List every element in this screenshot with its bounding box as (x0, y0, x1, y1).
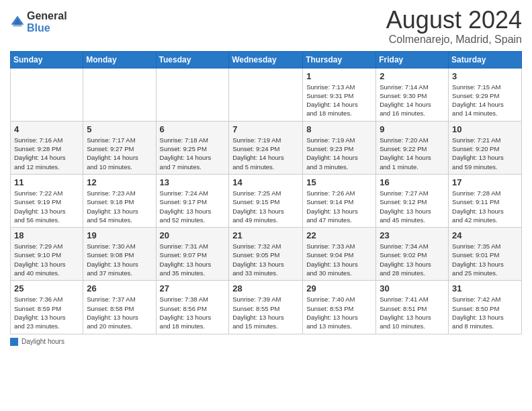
day-info: Sunrise: 7:23 AM Sunset: 9:18 PM Dayligh… (87, 189, 152, 224)
calendar-cell: 20Sunrise: 7:31 AM Sunset: 9:07 PM Dayli… (156, 228, 229, 281)
day-info: Sunrise: 7:18 AM Sunset: 9:25 PM Dayligh… (160, 136, 226, 171)
calendar-cell: 4Sunrise: 7:16 AM Sunset: 9:28 PM Daylig… (11, 121, 83, 174)
calendar-cell: 8Sunrise: 7:19 AM Sunset: 9:23 PM Daylig… (303, 121, 376, 174)
day-info: Sunrise: 7:17 AM Sunset: 9:27 PM Dayligh… (87, 136, 152, 171)
day-info: Sunrise: 7:39 AM Sunset: 8:55 PM Dayligh… (232, 295, 299, 330)
calendar-week-5: 25Sunrise: 7:36 AM Sunset: 8:59 PM Dayli… (11, 281, 522, 334)
calendar-cell: 26Sunrise: 7:37 AM Sunset: 8:58 PM Dayli… (83, 281, 156, 334)
calendar-header-row: SundayMondayTuesdayWednesdayThursdayFrid… (11, 51, 522, 68)
day-info: Sunrise: 7:13 AM Sunset: 9:31 PM Dayligh… (306, 83, 372, 118)
day-info: Sunrise: 7:41 AM Sunset: 8:51 PM Dayligh… (380, 295, 445, 330)
day-number: 20 (160, 230, 226, 240)
title-area: August 2024 Colmenarejo, Madrid, Spain (386, 7, 522, 46)
calendar-cell: 13Sunrise: 7:24 AM Sunset: 9:17 PM Dayli… (156, 174, 229, 227)
day-number: 31 (452, 283, 518, 293)
day-number: 10 (452, 124, 518, 134)
day-info: Sunrise: 7:36 AM Sunset: 8:59 PM Dayligh… (14, 295, 79, 330)
calendar-cell: 11Sunrise: 7:22 AM Sunset: 9:19 PM Dayli… (11, 174, 83, 227)
day-number: 26 (87, 283, 152, 293)
calendar-cell: 7Sunrise: 7:19 AM Sunset: 9:24 PM Daylig… (229, 121, 303, 174)
day-number: 27 (160, 283, 226, 293)
day-number: 24 (452, 230, 518, 240)
calendar-cell: 1Sunrise: 7:13 AM Sunset: 9:31 PM Daylig… (303, 68, 376, 121)
calendar-cell: 31Sunrise: 7:42 AM Sunset: 8:50 PM Dayli… (449, 281, 522, 334)
header: General Blue August 2024 Colmenarejo, Ma… (10, 7, 522, 46)
day-number: 9 (380, 124, 445, 134)
calendar-cell: 3Sunrise: 7:15 AM Sunset: 9:29 PM Daylig… (449, 68, 522, 121)
day-info: Sunrise: 7:22 AM Sunset: 9:19 PM Dayligh… (14, 189, 79, 224)
day-number: 7 (232, 124, 299, 134)
calendar-cell: 10Sunrise: 7:21 AM Sunset: 9:20 PM Dayli… (449, 121, 522, 174)
calendar-cell: 5Sunrise: 7:17 AM Sunset: 9:27 PM Daylig… (83, 121, 156, 174)
day-number: 22 (306, 230, 372, 240)
day-info: Sunrise: 7:20 AM Sunset: 9:22 PM Dayligh… (380, 136, 445, 171)
calendar-cell: 23Sunrise: 7:34 AM Sunset: 9:02 PM Dayli… (376, 228, 449, 281)
day-number: 15 (306, 177, 372, 187)
day-info: Sunrise: 7:42 AM Sunset: 8:50 PM Dayligh… (452, 295, 518, 330)
calendar-cell: 28Sunrise: 7:39 AM Sunset: 8:55 PM Dayli… (229, 281, 303, 334)
day-info: Sunrise: 7:38 AM Sunset: 8:56 PM Dayligh… (160, 295, 226, 330)
day-info: Sunrise: 7:16 AM Sunset: 9:28 PM Dayligh… (14, 136, 79, 171)
calendar-week-3: 11Sunrise: 7:22 AM Sunset: 9:19 PM Dayli… (11, 174, 522, 227)
logo-general-text: General (27, 10, 67, 22)
calendar-header-monday: Monday (83, 51, 156, 68)
calendar-cell: 14Sunrise: 7:25 AM Sunset: 9:15 PM Dayli… (229, 174, 303, 227)
day-info: Sunrise: 7:15 AM Sunset: 9:29 PM Dayligh… (452, 83, 518, 118)
day-number: 2 (380, 71, 445, 81)
day-info: Sunrise: 7:14 AM Sunset: 9:30 PM Dayligh… (380, 83, 445, 118)
calendar-cell: 16Sunrise: 7:27 AM Sunset: 9:12 PM Dayli… (376, 174, 449, 227)
calendar-cell: 12Sunrise: 7:23 AM Sunset: 9:18 PM Dayli… (83, 174, 156, 227)
calendar-cell: 9Sunrise: 7:20 AM Sunset: 9:22 PM Daylig… (376, 121, 449, 174)
calendar-cell: 2Sunrise: 7:14 AM Sunset: 9:30 PM Daylig… (376, 68, 449, 121)
day-info: Sunrise: 7:35 AM Sunset: 9:01 PM Dayligh… (452, 242, 518, 277)
calendar-cell (229, 68, 303, 121)
day-number: 29 (306, 283, 372, 293)
day-number: 11 (14, 177, 79, 187)
calendar-cell: 29Sunrise: 7:40 AM Sunset: 8:53 PM Dayli… (303, 281, 376, 334)
day-number: 18 (14, 230, 79, 240)
day-info: Sunrise: 7:31 AM Sunset: 9:07 PM Dayligh… (160, 242, 226, 277)
day-number: 19 (87, 230, 152, 240)
calendar-cell: 25Sunrise: 7:36 AM Sunset: 8:59 PM Dayli… (11, 281, 83, 334)
day-number: 13 (160, 177, 226, 187)
day-number: 23 (380, 230, 445, 240)
day-info: Sunrise: 7:34 AM Sunset: 9:02 PM Dayligh… (380, 242, 445, 277)
day-info: Sunrise: 7:19 AM Sunset: 9:24 PM Dayligh… (232, 136, 299, 171)
page: General Blue August 2024 Colmenarejo, Ma… (0, 0, 532, 411)
day-number: 25 (14, 283, 79, 293)
day-number: 8 (306, 124, 372, 134)
calendar-header-wednesday: Wednesday (229, 51, 303, 68)
day-number: 16 (380, 177, 445, 187)
calendar-cell: 6Sunrise: 7:18 AM Sunset: 9:25 PM Daylig… (156, 121, 229, 174)
day-info: Sunrise: 7:33 AM Sunset: 9:04 PM Dayligh… (306, 242, 372, 277)
logo-blue-text: Blue (27, 22, 67, 34)
calendar-week-2: 4Sunrise: 7:16 AM Sunset: 9:28 PM Daylig… (11, 121, 522, 174)
day-info: Sunrise: 7:28 AM Sunset: 9:11 PM Dayligh… (452, 189, 518, 224)
logo-text: General Blue (27, 10, 67, 34)
day-number: 6 (160, 124, 226, 134)
calendar-cell: 21Sunrise: 7:32 AM Sunset: 9:05 PM Dayli… (229, 228, 303, 281)
logo: General Blue (10, 10, 67, 34)
daylight-label: Daylight hours (21, 338, 64, 345)
logo-icon (10, 15, 25, 30)
calendar-cell: 15Sunrise: 7:26 AM Sunset: 9:14 PM Dayli… (303, 174, 376, 227)
calendar-cell: 30Sunrise: 7:41 AM Sunset: 8:51 PM Dayli… (376, 281, 449, 334)
day-number: 14 (232, 177, 299, 187)
calendar-header-saturday: Saturday (449, 51, 522, 68)
calendar-cell: 18Sunrise: 7:29 AM Sunset: 9:10 PM Dayli… (11, 228, 83, 281)
calendar-header-sunday: Sunday (11, 51, 83, 68)
calendar-cell: 22Sunrise: 7:33 AM Sunset: 9:04 PM Dayli… (303, 228, 376, 281)
footer: Daylight hours (10, 338, 522, 346)
calendar-cell (156, 68, 229, 121)
location: Colmenarejo, Madrid, Spain (386, 34, 522, 46)
calendar: SundayMondayTuesdayWednesdayThursdayFrid… (10, 51, 522, 334)
day-number: 28 (232, 283, 299, 293)
day-number: 12 (87, 177, 152, 187)
calendar-cell: 24Sunrise: 7:35 AM Sunset: 9:01 PM Dayli… (449, 228, 522, 281)
calendar-cell (83, 68, 156, 121)
day-info: Sunrise: 7:37 AM Sunset: 8:58 PM Dayligh… (87, 295, 152, 330)
day-number: 17 (452, 177, 518, 187)
calendar-cell (11, 68, 83, 121)
calendar-cell: 17Sunrise: 7:28 AM Sunset: 9:11 PM Dayli… (449, 174, 522, 227)
daylight-box (10, 338, 18, 346)
